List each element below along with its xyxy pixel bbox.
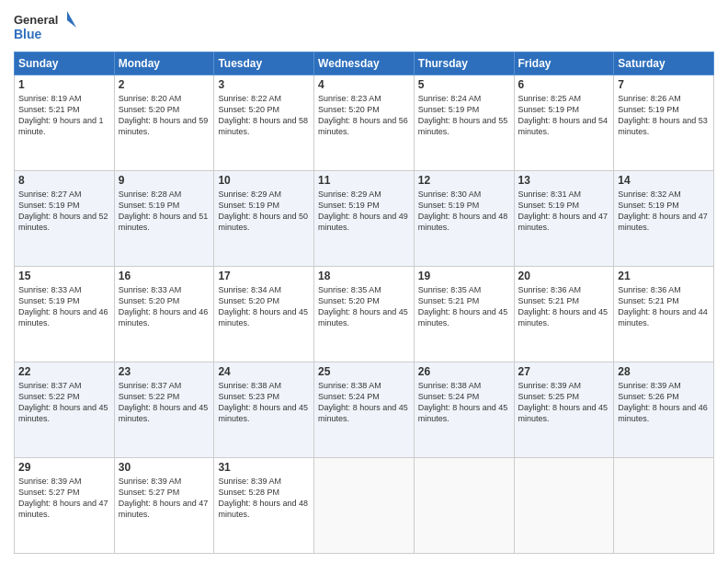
page: General Blue SundayMondayTuesdayWednesda…: [0, 0, 728, 563]
day-number: 31: [218, 461, 310, 474]
day-number: 25: [318, 365, 410, 378]
col-header-friday: Friday: [514, 52, 614, 75]
calendar-cell: 20 Sunrise: 8:36 AMSunset: 5:21 PMDaylig…: [514, 267, 614, 362]
calendar-cell: 15 Sunrise: 8:33 AMSunset: 5:19 PMDaylig…: [15, 267, 115, 362]
cell-info: Sunrise: 8:38 AMSunset: 5:24 PMDaylight:…: [318, 381, 408, 423]
calendar-cell: 27 Sunrise: 8:39 AMSunset: 5:25 PMDaylig…: [514, 362, 614, 458]
cell-info: Sunrise: 8:37 AMSunset: 5:22 PMDaylight:…: [18, 381, 108, 423]
cell-info: Sunrise: 8:22 AMSunset: 5:20 PMDaylight:…: [218, 94, 308, 136]
calendar-cell: 1 Sunrise: 8:19 AMSunset: 5:21 PMDayligh…: [15, 75, 115, 171]
cell-info: Sunrise: 8:36 AMSunset: 5:21 PMDaylight:…: [518, 285, 609, 327]
day-number: 6: [518, 78, 610, 91]
calendar-cell: 2 Sunrise: 8:20 AMSunset: 5:20 PMDayligh…: [114, 75, 214, 171]
calendar-cell: 17 Sunrise: 8:34 AMSunset: 5:20 PMDaylig…: [214, 267, 314, 362]
day-number: 7: [618, 78, 710, 91]
cell-info: Sunrise: 8:24 AMSunset: 5:19 PMDaylight:…: [418, 94, 508, 136]
calendar-cell: 26 Sunrise: 8:38 AMSunset: 5:24 PMDaylig…: [414, 362, 514, 458]
day-number: 26: [418, 365, 510, 378]
calendar-cell: [514, 458, 614, 554]
day-number: 30: [119, 461, 210, 474]
cell-info: Sunrise: 8:36 AMSunset: 5:21 PMDaylight:…: [618, 285, 708, 327]
day-number: 16: [119, 270, 210, 282]
cell-info: Sunrise: 8:25 AMSunset: 5:19 PMDaylight:…: [518, 94, 609, 136]
calendar-cell: [314, 458, 415, 554]
calendar-cell: 9 Sunrise: 8:28 AMSunset: 5:19 PMDayligh…: [114, 171, 214, 267]
calendar-cell: 10 Sunrise: 8:29 AMSunset: 5:19 PMDaylig…: [214, 171, 314, 267]
logo: General Blue: [14, 9, 78, 44]
calendar-cell: 28 Sunrise: 8:39 AMSunset: 5:26 PMDaylig…: [614, 362, 714, 458]
day-number: 29: [18, 461, 110, 474]
calendar-cell: 21 Sunrise: 8:36 AMSunset: 5:21 PMDaylig…: [614, 267, 714, 362]
day-number: 5: [418, 78, 510, 91]
day-number: 11: [318, 174, 410, 187]
calendar-cell: 29 Sunrise: 8:39 AMSunset: 5:27 PMDaylig…: [15, 458, 115, 554]
cell-info: Sunrise: 8:39 AMSunset: 5:25 PMDaylight:…: [518, 381, 609, 423]
day-number: 20: [518, 270, 610, 282]
day-number: 22: [18, 365, 110, 378]
calendar-cell: [614, 458, 714, 554]
calendar-cell: 18 Sunrise: 8:35 AMSunset: 5:20 PMDaylig…: [314, 267, 415, 362]
day-number: 18: [318, 270, 410, 282]
day-number: 14: [618, 174, 710, 187]
cell-info: Sunrise: 8:33 AMSunset: 5:19 PMDaylight:…: [18, 285, 108, 327]
cell-info: Sunrise: 8:39 AMSunset: 5:27 PMDaylight:…: [119, 477, 209, 519]
cell-info: Sunrise: 8:27 AMSunset: 5:19 PMDaylight:…: [18, 190, 108, 232]
calendar-cell: 30 Sunrise: 8:39 AMSunset: 5:27 PMDaylig…: [114, 458, 214, 554]
col-header-monday: Monday: [114, 52, 214, 75]
cell-info: Sunrise: 8:35 AMSunset: 5:21 PMDaylight:…: [418, 285, 508, 327]
calendar-cell: 23 Sunrise: 8:37 AMSunset: 5:22 PMDaylig…: [114, 362, 214, 458]
calendar-cell: 12 Sunrise: 8:30 AMSunset: 5:19 PMDaylig…: [414, 171, 514, 267]
calendar-cell: 4 Sunrise: 8:23 AMSunset: 5:20 PMDayligh…: [314, 75, 415, 171]
calendar-cell: 16 Sunrise: 8:33 AMSunset: 5:20 PMDaylig…: [114, 267, 214, 362]
day-number: 27: [518, 365, 610, 378]
calendar-cell: 25 Sunrise: 8:38 AMSunset: 5:24 PMDaylig…: [314, 362, 415, 458]
cell-info: Sunrise: 8:31 AMSunset: 5:19 PMDaylight:…: [518, 190, 609, 232]
cell-info: Sunrise: 8:35 AMSunset: 5:20 PMDaylight:…: [318, 285, 408, 327]
calendar-cell: 22 Sunrise: 8:37 AMSunset: 5:22 PMDaylig…: [15, 362, 115, 458]
calendar-cell: 24 Sunrise: 8:38 AMSunset: 5:23 PMDaylig…: [214, 362, 314, 458]
cell-info: Sunrise: 8:38 AMSunset: 5:23 PMDaylight:…: [218, 381, 308, 423]
calendar-cell: 8 Sunrise: 8:27 AMSunset: 5:19 PMDayligh…: [15, 171, 115, 267]
day-number: 28: [618, 365, 710, 378]
calendar-cell: 6 Sunrise: 8:25 AMSunset: 5:19 PMDayligh…: [514, 75, 614, 171]
col-header-tuesday: Tuesday: [214, 52, 314, 75]
day-number: 8: [18, 174, 110, 187]
cell-info: Sunrise: 8:39 AMSunset: 5:28 PMDaylight:…: [218, 477, 308, 519]
day-number: 3: [218, 78, 310, 91]
cell-info: Sunrise: 8:38 AMSunset: 5:24 PMDaylight:…: [418, 381, 508, 423]
cell-info: Sunrise: 8:34 AMSunset: 5:20 PMDaylight:…: [218, 285, 308, 327]
cell-info: Sunrise: 8:39 AMSunset: 5:26 PMDaylight:…: [618, 381, 708, 423]
cell-info: Sunrise: 8:29 AMSunset: 5:19 PMDaylight:…: [318, 190, 408, 232]
logo-svg: General Blue: [14, 9, 78, 44]
day-number: 4: [318, 78, 410, 91]
cell-info: Sunrise: 8:33 AMSunset: 5:20 PMDaylight:…: [119, 285, 209, 327]
calendar-cell: 19 Sunrise: 8:35 AMSunset: 5:21 PMDaylig…: [414, 267, 514, 362]
svg-marker-2: [67, 11, 76, 28]
calendar-cell: 5 Sunrise: 8:24 AMSunset: 5:19 PMDayligh…: [414, 75, 514, 171]
svg-text:Blue: Blue: [14, 27, 42, 41]
day-number: 13: [518, 174, 610, 187]
cell-info: Sunrise: 8:29 AMSunset: 5:19 PMDaylight:…: [218, 190, 308, 232]
day-number: 1: [18, 78, 110, 91]
day-number: 9: [119, 174, 210, 187]
cell-info: Sunrise: 8:32 AMSunset: 5:19 PMDaylight:…: [618, 190, 708, 232]
calendar-table: SundayMondayTuesdayWednesdayThursdayFrid…: [14, 52, 714, 554]
cell-info: Sunrise: 8:28 AMSunset: 5:19 PMDaylight:…: [119, 190, 209, 232]
header: General Blue: [14, 9, 714, 44]
cell-info: Sunrise: 8:19 AMSunset: 5:21 PMDaylight:…: [18, 94, 104, 136]
day-number: 12: [418, 174, 510, 187]
col-header-sunday: Sunday: [15, 52, 115, 75]
calendar-cell: 14 Sunrise: 8:32 AMSunset: 5:19 PMDaylig…: [614, 171, 714, 267]
day-number: 17: [218, 270, 310, 282]
day-number: 21: [618, 270, 710, 282]
cell-info: Sunrise: 8:39 AMSunset: 5:27 PMDaylight:…: [18, 477, 108, 519]
calendar-cell: [414, 458, 514, 554]
day-number: 19: [418, 270, 510, 282]
calendar-cell: 31 Sunrise: 8:39 AMSunset: 5:28 PMDaylig…: [214, 458, 314, 554]
svg-text:General: General: [14, 13, 58, 27]
cell-info: Sunrise: 8:30 AMSunset: 5:19 PMDaylight:…: [418, 190, 508, 232]
day-number: 15: [18, 270, 110, 282]
calendar-cell: 11 Sunrise: 8:29 AMSunset: 5:19 PMDaylig…: [314, 171, 415, 267]
day-number: 2: [119, 78, 210, 91]
calendar-cell: 13 Sunrise: 8:31 AMSunset: 5:19 PMDaylig…: [514, 171, 614, 267]
